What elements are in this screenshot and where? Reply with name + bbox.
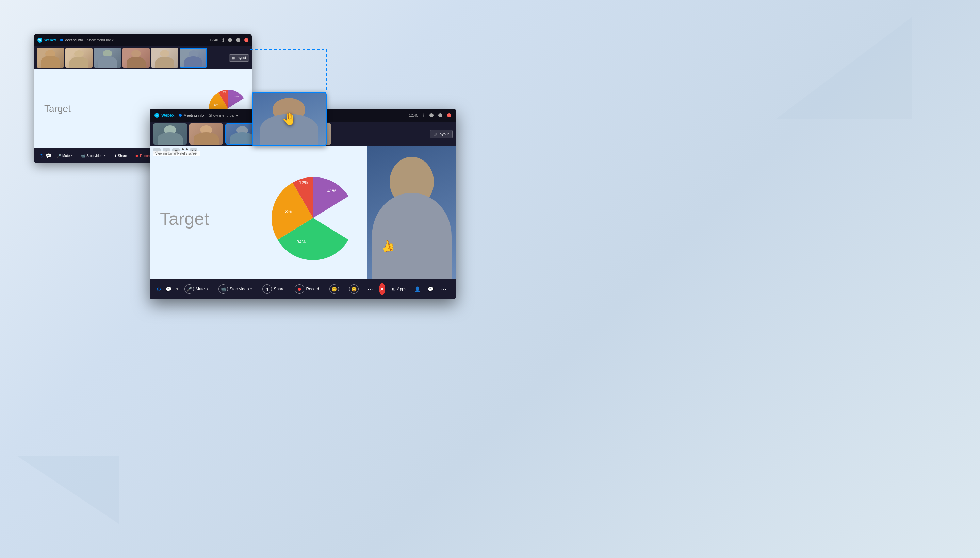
- small-target-text: Target: [44, 103, 71, 114]
- small-logo-text: Webex: [44, 38, 56, 42]
- large-more-options-btn[interactable]: ⋯: [365, 285, 376, 294]
- svg-text:41%: 41%: [234, 95, 238, 98]
- large-layout-btn[interactable]: ⊞ Layout: [430, 130, 452, 138]
- small-mute-chevron: ▾: [71, 154, 73, 158]
- webex-icon: W: [38, 38, 42, 43]
- small-minimize-btn[interactable]: [228, 38, 232, 42]
- large-info-btn[interactable]: ℹ: [423, 113, 425, 118]
- presentation-inner: Target 41% 34% 13%: [150, 158, 367, 279]
- large-emoji-reaction-btn[interactable]: 😊: [325, 282, 343, 296]
- large-toolbar: ⊙ 💬 ▾ 🎤 Mute ▾ 📹 Stop video ▾ ⬆ Share ⏺ …: [150, 279, 456, 299]
- small-thumb-1[interactable]: [37, 48, 64, 68]
- large-toolbar-left: ⊙ 💬 ▾: [156, 285, 178, 293]
- small-toolbar-left: ⊙ 💬: [39, 153, 51, 158]
- large-main-content: Viewing Umar Patel's screen − + ⊞ ⛶ Targ…: [150, 146, 456, 279]
- large-webex-icon: W: [155, 113, 159, 118]
- small-thumb-3[interactable]: [94, 48, 121, 68]
- small-stop-video-btn[interactable]: 📹 Stop video ▾: [78, 153, 108, 159]
- svg-text:34%: 34%: [297, 240, 306, 245]
- small-time: 12:40: [210, 38, 218, 42]
- small-meeting-info[interactable]: Meeting info: [60, 38, 83, 42]
- large-meeting-info[interactable]: Meeting info: [179, 113, 204, 117]
- small-thumb-4[interactable]: [123, 48, 150, 68]
- large-message-btn[interactable]: 💬: [425, 285, 436, 293]
- small-show-menu[interactable]: Show menu bar ▾: [87, 38, 113, 42]
- small-maximize-btn[interactable]: [236, 38, 240, 42]
- bg-decoration-2: [17, 456, 119, 524]
- small-thumb-2[interactable]: [65, 48, 92, 68]
- small-mute-btn[interactable]: 🎤 Mute ▾: [54, 153, 76, 159]
- large-share-btn[interactable]: ⬆ Share: [258, 282, 289, 296]
- large-stop-video-btn[interactable]: 📹 Stop video ▾: [214, 282, 257, 296]
- large-thumb-1[interactable]: [153, 123, 187, 144]
- large-logo-text: Webex: [161, 113, 174, 118]
- large-close-btn[interactable]: [447, 113, 451, 117]
- small-webex-logo: W Webex: [38, 38, 56, 43]
- large-mic-icon: 🎤: [184, 284, 194, 294]
- large-show-menu[interactable]: Show menu bar ▾: [209, 113, 238, 118]
- large-thumb-2[interactable]: [189, 123, 223, 144]
- large-mute-btn[interactable]: 🎤 Mute ▾: [180, 282, 212, 296]
- large-record-icon: ⏺: [295, 284, 304, 294]
- small-thumb-5[interactable]: [151, 48, 178, 68]
- floating-thumb-video: 🤚: [253, 93, 326, 145]
- bg-decoration-1: [776, 17, 912, 119]
- small-title-bar: W Webex Meeting info Show menu bar ▾ 12:…: [34, 34, 252, 46]
- large-record-btn[interactable]: ⏺ Record: [291, 282, 323, 296]
- large-emoji-btn-2[interactable]: 😄: [345, 282, 363, 296]
- large-meeting-dot: [179, 114, 182, 117]
- large-minimize-btn[interactable]: [429, 113, 434, 117]
- large-chat-icon[interactable]: 💬: [163, 285, 174, 293]
- large-video-icon: 📹: [219, 284, 228, 294]
- floating-draggable-thumb[interactable]: 🤚: [252, 92, 327, 146]
- large-time: 12:40: [409, 113, 418, 117]
- large-apps-btn[interactable]: ⊞ Apps: [389, 285, 410, 294]
- large-presentation-area: Viewing Umar Patel's screen − + ⊞ ⛶ Targ…: [150, 146, 367, 279]
- large-emoji-icon: 😊: [329, 284, 339, 294]
- large-overflow-btn[interactable]: ⋯: [438, 285, 449, 294]
- large-people-btn[interactable]: 👤: [412, 285, 423, 293]
- small-thumbnails-row: ⊞ Layout: [34, 46, 252, 69]
- large-share-icon: ⬆: [262, 284, 272, 294]
- svg-text:12%: 12%: [222, 91, 226, 94]
- large-video-panel: 👍: [367, 146, 456, 279]
- large-end-call-btn[interactable]: ✕: [379, 283, 385, 295]
- small-video-icon: 📹: [81, 154, 85, 158]
- small-close-btn[interactable]: [244, 38, 248, 42]
- large-maximize-btn[interactable]: [438, 113, 442, 117]
- small-layout-btn[interactable]: ⊞ Layout: [229, 54, 249, 62]
- small-webex-ring-icon: ⊙: [39, 153, 44, 158]
- large-mute-chevron: ▾: [207, 287, 208, 291]
- screen-dot-2: [186, 148, 188, 150]
- grab-cursor-icon: 🤚: [282, 112, 297, 126]
- svg-text:12%: 12%: [299, 180, 308, 185]
- meeting-dot: [60, 39, 63, 41]
- small-mic-icon: 🎤: [57, 154, 61, 158]
- large-webex-ring-icon: ⊙: [156, 286, 161, 292]
- screen-dot-1: [182, 148, 184, 150]
- large-chat-chevron[interactable]: ▾: [176, 287, 178, 291]
- large-target-text: Target: [160, 208, 209, 229]
- small-chat-icon[interactable]: 💬: [46, 153, 51, 158]
- large-apps-icon: ⊞: [392, 287, 395, 291]
- large-video-chevron: ▾: [250, 287, 252, 291]
- small-thumb-6-active[interactable]: [180, 48, 207, 68]
- large-emoji-2-icon: 😄: [349, 284, 358, 294]
- svg-text:13%: 13%: [214, 104, 219, 106]
- large-webex-brand: W Webex: [155, 113, 174, 118]
- small-video-chevron: ▾: [104, 154, 106, 158]
- small-record-icon: ⏺: [135, 154, 138, 158]
- main-speaker-video: 👍: [367, 146, 456, 279]
- small-share-btn[interactable]: ⬆ Share: [111, 153, 130, 159]
- small-share-icon: ⬆: [114, 154, 117, 158]
- large-pie-chart: 41% 34% 13% 12%: [269, 174, 357, 264]
- large-toolbar-right: ⊞ Apps 👤 💬 ⋯: [389, 285, 449, 294]
- screen-share-label: Viewing Umar Patel's screen: [153, 151, 201, 156]
- svg-text:13%: 13%: [283, 209, 292, 214]
- small-info-btn[interactable]: ℹ: [222, 38, 224, 43]
- svg-text:41%: 41%: [327, 189, 336, 194]
